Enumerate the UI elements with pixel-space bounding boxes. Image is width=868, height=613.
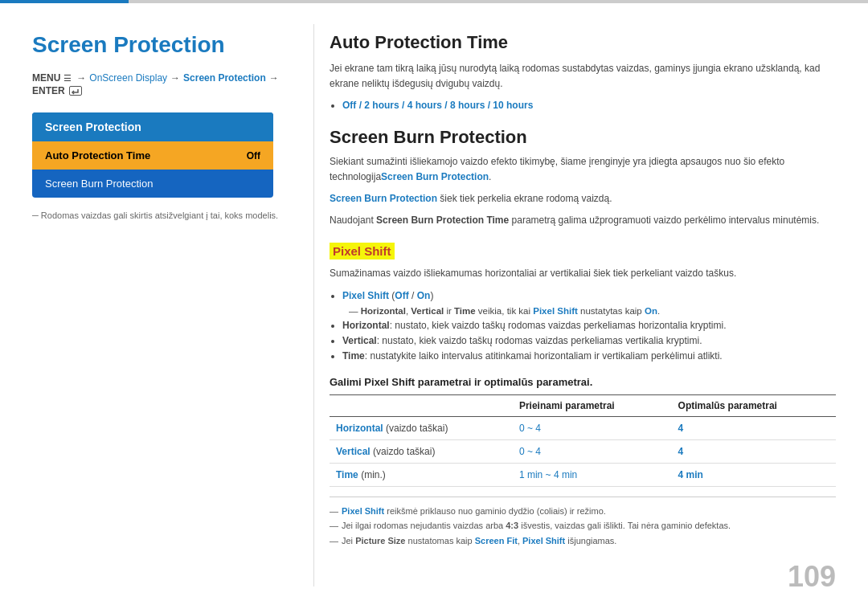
breadcrumb: MENU ☰ → OnScreen Display → Screen Prote… <box>32 72 297 96</box>
screen-burn-section: Screen Burn Protection Siekiant sumažint… <box>330 127 836 229</box>
row-label-time: Time (min.) <box>330 463 513 486</box>
row-label-vertical: Vertical (vaizdo taškai) <box>330 439 513 463</box>
row-range-time: 1 min ~ 4 min <box>513 463 672 486</box>
screen-protection-menu: Screen Protection Auto Protection Time O… <box>32 112 273 198</box>
pixel-shift-table: Prieinami parametrai Optimalūs parametra… <box>330 394 836 487</box>
arrow-2: → <box>170 72 180 84</box>
col-header-label <box>330 394 513 416</box>
options-list-item: Off / 2 hours / 4 hours / 8 hours / 10 h… <box>342 98 836 113</box>
col-header-prieinami: Prieinami parametrai <box>513 394 672 416</box>
note-line-1: ― Pixel Shift reikšmė priklauso nuo gami… <box>330 504 836 519</box>
row-optimal-time: 4 min <box>672 463 836 486</box>
pixel-shift-table-section: Galimi Pixel Shift parametrai ir optimal… <box>330 376 836 549</box>
left-panel: Screen Protection MENU ☰ → OnScreen Disp… <box>32 32 297 220</box>
pixel-shift-title: Pixel Shift <box>330 243 395 260</box>
bullet-vertical: Vertical: nustato, kiek vaizdo taškų rod… <box>342 333 836 349</box>
top-gray-line <box>129 0 868 3</box>
menu-item-label: Auto Protection Time <box>45 149 150 161</box>
menu-item-label: Screen Burn Protection <box>45 178 153 190</box>
bottom-notes: ― Pixel Shift reikšmė priklauso nuo gami… <box>330 497 836 549</box>
menu-item-value: Off <box>247 150 260 161</box>
table-row: Horizontal (vaizdo taškai) 0 ~ 4 4 <box>330 416 836 439</box>
note-line-2: ― Jei ilgai rodomas nejudantis vaizdas a… <box>330 518 836 533</box>
screen-burn-desc3: Naudojant Screen Burn Protection Time pa… <box>330 213 836 228</box>
table-row: Vertical (vaizdo taškai) 0 ~ 4 4 <box>330 439 836 463</box>
table-row: Time (min.) 1 min ~ 4 min 4 min <box>330 463 836 486</box>
menu-icon: ☰ <box>63 73 72 84</box>
pixel-shift-bullets: Pixel Shift (Off / On) ― Horizontal, Ver… <box>342 288 836 365</box>
auto-protection-title: Auto Protection Time <box>330 32 836 53</box>
screen-burn-title: Screen Burn Protection <box>330 127 836 148</box>
row-label-horizontal: Horizontal (vaizdo taškai) <box>330 416 513 439</box>
screen-burn-desc2: Screen Burn Protection šiek tiek perkeli… <box>330 191 836 206</box>
enter-symbol <box>69 86 82 96</box>
menu-header: Screen Protection <box>32 112 273 141</box>
right-panel: Auto Protection Time Jei ekrane tam tikr… <box>330 32 836 549</box>
left-note: Rodomas vaizdas gali skirtis atsižvelgia… <box>32 210 297 220</box>
bullet-horizontal: Horizontal: nustato, kiek vaizdo taškų r… <box>342 318 836 333</box>
pixel-shift-sub: ― Horizontal, Vertical ir Time veikia, t… <box>349 304 836 318</box>
breadcrumb-onscreen: OnScreen Display <box>89 72 167 84</box>
screen-burn-link: Screen Burn Protection <box>381 171 489 182</box>
breadcrumb-screen-protection: Screen Protection <box>183 72 266 84</box>
page-title: Screen Protection <box>32 32 297 58</box>
bullet-pixel-shift-toggle: Pixel Shift (Off / On) ― Horizontal, Ver… <box>342 288 836 319</box>
screen-burn-desc1: Siekiant sumažinti išliekamojo vaizdo ef… <box>330 154 836 185</box>
breadcrumb-enter: ENTER <box>32 85 65 96</box>
bullet-time: Time: nustatykite laiko intervalus atiti… <box>342 349 836 364</box>
auto-protection-desc: Jei ekrane tam tikrą laiką jūsų nurodytą… <box>330 61 836 92</box>
note-line-3: ― Jei Picture Size nustatomas kaip Scree… <box>330 533 836 549</box>
menu-item-auto-protection[interactable]: Auto Protection Time Off <box>32 141 273 170</box>
vertical-divider <box>313 24 314 586</box>
table-title: Galimi Pixel Shift parametrai ir optimal… <box>330 376 836 388</box>
pixel-shift-desc: Sumažinamas vaizdo išliekamumas horizont… <box>330 266 836 281</box>
arrow-1: → <box>76 72 86 84</box>
auto-protection-options: Off / 2 hours / 4 hours / 8 hours / 10 h… <box>342 98 836 113</box>
top-accent-line <box>0 0 129 3</box>
menu-label: MENU <box>32 72 60 84</box>
row-optimal-vertical: 4 <box>672 439 836 463</box>
row-range-horizontal: 0 ~ 4 <box>513 416 672 439</box>
page-number: 109 <box>788 560 836 594</box>
row-optimal-horizontal: 4 <box>672 416 836 439</box>
col-header-optimalus: Optimalūs parametrai <box>672 394 836 416</box>
row-range-vertical: 0 ~ 4 <box>513 439 672 463</box>
arrow-3: → <box>269 72 279 84</box>
menu-item-screen-burn[interactable]: Screen Burn Protection <box>32 170 273 198</box>
